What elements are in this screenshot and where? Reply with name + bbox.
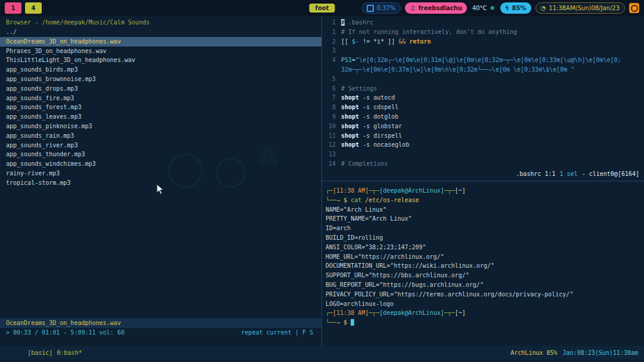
playback-status-line: > 00:33 / 01:01 - 5:09:11 vol: 60 repeat… (0, 328, 321, 338)
file-row[interactable]: app_sounds_drops.mp3 (0, 84, 321, 94)
shell-line: HOME_URL="https://archlinux.org/" (326, 252, 644, 262)
file-row[interactable]: OceanDreams_3D_on_headphones.wav (0, 37, 321, 47)
code-line: 4PS1="\e[0;32m┌─\e[0m\e[0;31m[\@]\e[0m\e… (326, 55, 644, 65)
code-line: 7shopt -s autocd (326, 93, 644, 103)
workspace-button-1[interactable]: 1 (5, 2, 21, 14)
code-line: 1# .bashrc (326, 18, 644, 27)
editor-file-position: .bashrc 1:1 (516, 171, 555, 177)
playback-position: > 00:33 / 01:01 - 5:09:11 vol: 60 (6, 328, 125, 338)
tmux-datetime: Jan:08:23(Sun)11:38am (563, 349, 638, 356)
playback-flags: repeat current | F S (242, 328, 313, 338)
cpu-value: 0.37% (377, 5, 396, 11)
bolt-icon (505, 5, 509, 11)
shell-output: ┌─[11:38 AM]─┬─[deepak@ArchLinux]─┬─[~]└… (322, 181, 644, 327)
power-icon (631, 5, 638, 12)
file-row[interactable]: app_sounds_forest.mp3 (0, 103, 321, 112)
terminal-window: A Browser - /home/deepak/Music/Calm Soun… (0, 16, 644, 362)
code-line: 10shopt -s globstar (326, 122, 644, 131)
battery-value: 85% (512, 5, 527, 11)
music-widget[interactable]: freebsdlachu (405, 2, 466, 14)
focused-window-title: foot (309, 4, 335, 13)
code-line: 14# Completions (326, 159, 644, 169)
fan-icon (490, 5, 495, 11)
top-status-bar: 1 4 foot 0.37% freebsdlachu 40°C 85% 11:… (0, 0, 644, 16)
file-row[interactable]: app_sounds_fire.mp3 (0, 94, 321, 103)
code-line: 12shopt -s nocaseglob (326, 140, 644, 150)
file-row[interactable]: app_sounds_brownnoise.mp3 (0, 75, 321, 84)
code-line: 3 (326, 46, 644, 55)
shell-line: DOCUMENTATION_URL="https://wiki.archlinu… (326, 261, 644, 271)
code-line: 8shopt -s cdspell (326, 103, 644, 112)
workspace-button-4[interactable]: 4 (25, 2, 42, 14)
tmux-session-name: [basic] (27, 349, 52, 356)
file-row[interactable]: app_sounds_river.mp3 (0, 141, 321, 150)
file-row[interactable]: app_sounds_thunder.mp3 (0, 150, 321, 159)
file-row[interactable]: Phrases_3D_on_headphones.wav (0, 47, 321, 56)
code-line: 1# If not running interactively, don't d… (326, 27, 644, 37)
editor-pane[interactable]: 1# .bashrc1# If not running interactivel… (322, 16, 644, 181)
clock-icon (541, 5, 546, 11)
cpu-icon (367, 5, 374, 12)
tmux-left: [basic]0:bash* (6, 339, 86, 362)
file-row[interactable]: ../ (0, 27, 321, 37)
power-button[interactable] (629, 3, 639, 13)
code-line: 9shopt -s dotglob (326, 112, 644, 122)
code-line: 13 (326, 150, 644, 159)
shell-line: BUG_REPORT_URL="https://bugs.archlinux.o… (326, 280, 644, 290)
code-line: 32m─┬─\e[0m\e[0;37m[\w]\e[0m\n\e[0;32m└─… (326, 65, 644, 75)
now-playing-track: OceanDreams_3D_on_headphones.wav (0, 318, 321, 328)
mouse-cursor (156, 184, 165, 198)
editor-client-info: - client0@[6164] (582, 171, 639, 177)
code-line: 6# Settings (326, 84, 644, 94)
tmux-right: ArchLinux 85%Jan:08:23(Sun)11:38am (484, 339, 638, 362)
file-row[interactable]: app_sounds_leaves.mp3 (0, 112, 321, 122)
battery-widget[interactable]: 85% (500, 2, 531, 14)
editor-selection-count: 1 sel (560, 171, 578, 177)
code-line: 5 (326, 75, 644, 84)
shell-line: LOGO=archlinux-logo (326, 299, 644, 309)
shell-line: ANSI_COLOR="38;2;23;147;209" (326, 243, 644, 252)
code-line: 11shopt -s dirspell (326, 131, 644, 141)
file-row[interactable]: app_sounds_windchimes.mp3 (0, 159, 321, 169)
editor-modeline: .bashrc 1:11 sel- client0@[6164] (512, 169, 639, 179)
shell-line: └──→ $ (326, 318, 644, 327)
file-list: ../OceanDreams_3D_on_headphones.wavPhras… (0, 27, 321, 188)
cmus-pane[interactable]: Browser - /home/deepak/Music/Calm Sounds… (0, 16, 321, 346)
tmux-hostname-battery: ArchLinux 85% (510, 349, 557, 356)
shell-line: ┌─[11:38 AM]─┬─[deepak@ArchLinux]─┬─[~] (326, 186, 644, 196)
tmux-window-name[interactable]: 0:bash* (57, 349, 82, 356)
file-row[interactable]: rainy-river.mp3 (0, 169, 321, 178)
file-row[interactable]: app_sounds_pinknoise.mp3 (0, 122, 321, 131)
browser-path-header: Browser - /home/deepak/Music/Calm Sounds (0, 16, 321, 27)
music-label: freebsdlachu (418, 5, 462, 11)
status-widgets: 0.37% freebsdlachu 40°C 85% 11:38AM(Sun)… (361, 2, 639, 14)
music-icon (410, 5, 415, 11)
shell-line: SUPPORT_URL="https://bbs.archlinux.org/" (326, 271, 644, 280)
shell-line: └──→ $ cat /etc/os-release (326, 196, 644, 205)
shell-line: ID=arch (326, 224, 644, 233)
shell-line: ┌─[11:38 AM]─┬─[deepak@ArchLinux]─┬─[~] (326, 308, 644, 318)
shell-line: BUILD_ID=rolling (326, 233, 644, 243)
shell-pane[interactable]: ┌─[11:38 AM]─┬─[deepak@ArchLinux]─┬─[~]└… (322, 181, 644, 346)
shell-line: NAME="Arch Linux" (326, 205, 644, 215)
shell-line: PRIVACY_POLICY_URL="https://terms.archli… (326, 290, 644, 299)
clock-widget[interactable]: 11:38AM(Sun)08/Jan/23 (535, 2, 625, 14)
file-row[interactable]: app_sounds_birds.mp3 (0, 65, 321, 75)
file-row[interactable]: ThisLittleLight_3D_on_headphones.wav (0, 55, 321, 65)
file-row[interactable]: app_sounds_rain.mp3 (0, 131, 321, 141)
code-line: 2[[ $- != *i* ]] && return (326, 37, 644, 47)
shell-line: PRETTY_NAME="Arch Linux" (326, 214, 644, 224)
clock-value: 11:38AM(Sun)08/Jan/23 (549, 5, 620, 11)
tmux-status-bar: [basic]0:bash* ArchLinux 85%Jan:08:23(Su… (0, 346, 644, 360)
cpu-widget[interactable]: 0.37% (361, 2, 401, 14)
code-buffer: 1# .bashrc1# If not running interactivel… (322, 16, 644, 169)
temperature-value: 40°C (472, 5, 487, 11)
temperature-widget[interactable]: 40°C (471, 2, 496, 14)
